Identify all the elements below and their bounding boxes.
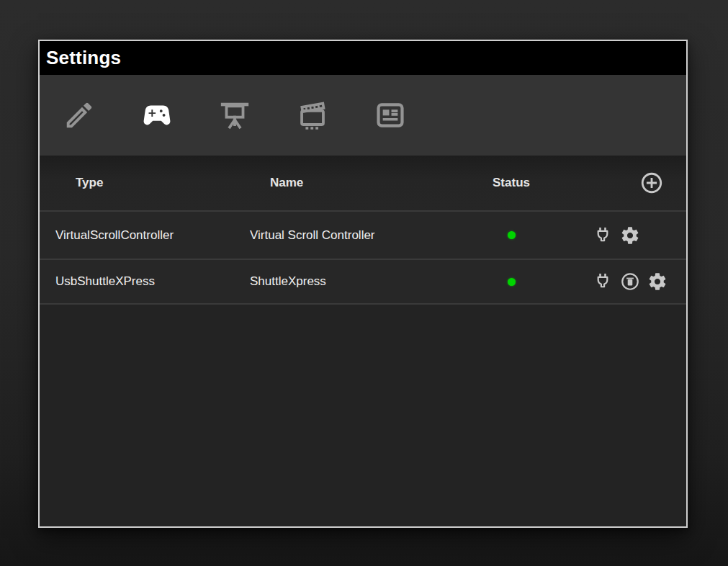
device-status-cell — [436, 278, 587, 286]
header-actions-cell — [587, 171, 686, 195]
trash-icon — [620, 271, 640, 292]
row-actions-cell — [587, 225, 686, 246]
title-bar: Settings — [40, 41, 686, 75]
device-name: ShuttleXpress — [234, 274, 436, 289]
status-dot-connected — [508, 231, 516, 239]
device-type: UsbShuttleXPress — [40, 274, 234, 289]
table-empty-area — [40, 305, 686, 526]
column-header-status: Status — [436, 176, 587, 190]
table-header-row: Type Name Status — [40, 156, 686, 212]
plug-icon — [593, 225, 613, 246]
delete-device-button[interactable] — [620, 271, 640, 292]
device-status-cell — [436, 231, 587, 239]
gear-icon — [647, 271, 668, 292]
tab-edit[interactable] — [63, 99, 96, 132]
add-device-button[interactable] — [639, 171, 664, 195]
settings-dialog: Settings — [38, 40, 688, 528]
device-settings-button[interactable] — [647, 271, 668, 292]
tab-controllers[interactable] — [140, 99, 174, 132]
device-name: Virtual Scroll Controller — [234, 228, 436, 243]
tab-media[interactable] — [296, 99, 329, 132]
plug-icon — [593, 271, 613, 292]
table-row: VirtualScrollController Virtual Scroll C… — [40, 212, 686, 260]
add-circle-icon — [639, 171, 664, 195]
column-header-name: Name — [234, 176, 436, 190]
device-type: VirtualScrollController — [40, 228, 234, 243]
status-dot-connected — [508, 278, 516, 286]
connect-device-button[interactable] — [593, 271, 613, 292]
newspaper-icon — [374, 99, 407, 132]
clapperboard-icon — [296, 99, 329, 132]
pencil-icon — [63, 99, 96, 132]
dialog-title: Settings — [46, 47, 121, 69]
table-row: UsbShuttleXPress ShuttleXpress — [40, 260, 686, 305]
projector-screen-icon — [218, 99, 251, 132]
desktop-background: Settings — [0, 0, 728, 566]
connect-device-button[interactable] — [593, 225, 613, 246]
gamepad-icon — [140, 99, 174, 132]
row-actions-cell — [587, 271, 686, 292]
device-settings-button[interactable] — [620, 225, 640, 246]
gear-icon — [620, 225, 640, 246]
column-header-type: Type — [40, 176, 234, 190]
tab-news[interactable] — [374, 99, 407, 132]
device-table: Type Name Status VirtualScrollController… — [40, 156, 686, 526]
tab-presentation[interactable] — [218, 99, 251, 132]
settings-toolbar — [40, 75, 686, 156]
